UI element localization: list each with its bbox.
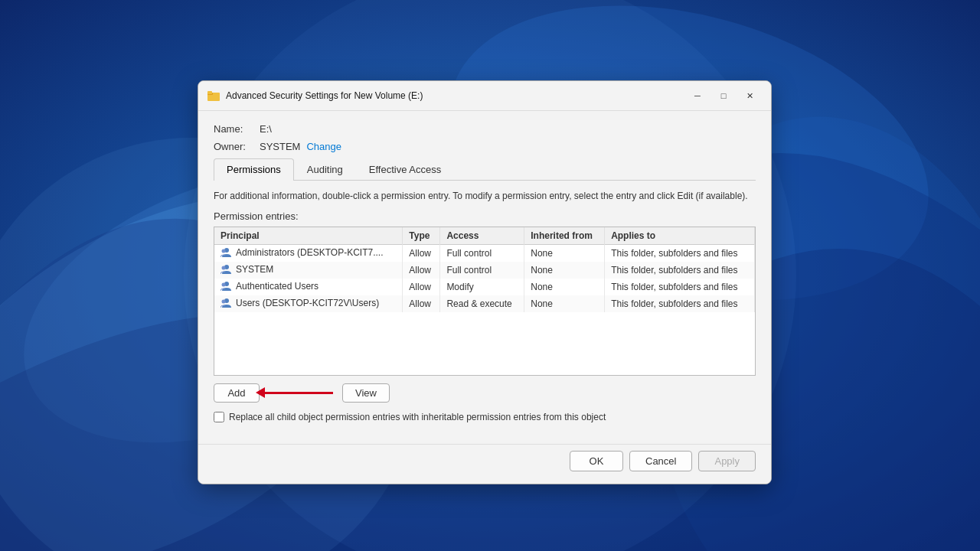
col-header-access: Access xyxy=(440,227,524,245)
owner-value: SYSTEM xyxy=(260,141,300,152)
add-button[interactable]: Add xyxy=(214,383,260,403)
svg-rect-9 xyxy=(207,91,212,94)
svg-point-11 xyxy=(222,249,226,253)
arrow-annotation xyxy=(256,387,333,398)
col-header-applies: Applies to xyxy=(605,227,755,245)
inherited_from-cell: None xyxy=(524,295,605,312)
principal-cell: Authenticated Users xyxy=(214,279,403,295)
applies_to-cell: This folder, subfolders and files xyxy=(605,279,755,295)
apply-button[interactable]: Apply xyxy=(698,451,756,471)
name-label: Name: xyxy=(214,123,260,135)
type-cell: Allow xyxy=(403,244,440,262)
view-button[interactable]: View xyxy=(342,383,390,403)
cancel-button[interactable]: Cancel xyxy=(629,451,692,471)
type-cell: Allow xyxy=(403,279,440,295)
type-cell: Allow xyxy=(403,262,440,279)
section-label: Permission entries: xyxy=(214,210,756,222)
type-cell: Allow xyxy=(403,295,440,312)
permission-table-container[interactable]: Principal Type Access Inherited from App… xyxy=(214,227,756,376)
dialog-title: Advanced Security Settings for New Volum… xyxy=(226,90,679,101)
applies_to-cell: This folder, subfolders and files xyxy=(605,295,755,312)
table-row[interactable]: Authenticated UsersAllowModifyNoneThis f… xyxy=(214,279,755,295)
tab-auditing[interactable]: Auditing xyxy=(294,158,356,180)
name-value: E:\ xyxy=(260,123,272,135)
window-controls: ─ □ ✕ xyxy=(685,87,762,104)
tab-bar: Permissions Auditing Effective Access xyxy=(214,158,756,181)
bottom-buttons: OK Cancel Apply xyxy=(198,444,771,484)
principal-cell: SYSTEM xyxy=(214,262,403,279)
col-header-principal: Principal xyxy=(214,227,403,245)
svg-point-17 xyxy=(222,299,226,303)
svg-point-15 xyxy=(222,282,226,286)
access-cell: Read & execute xyxy=(440,295,524,312)
access-cell: Full control xyxy=(440,262,524,279)
principal-cell: Users (DESKTOP-KCIT72V\Users) xyxy=(214,295,403,312)
name-row: Name: E:\ xyxy=(214,123,756,135)
applies_to-cell: This folder, subfolders and files xyxy=(605,262,755,279)
inherited_from-cell: None xyxy=(524,244,605,262)
tab-permissions[interactable]: Permissions xyxy=(214,158,294,181)
col-header-inherited: Inherited from xyxy=(524,227,605,245)
dialog-window: Advanced Security Settings for New Volum… xyxy=(198,80,772,484)
inherited_from-cell: None xyxy=(524,262,605,279)
dialog-content: Name: E:\ Owner: SYSTEM Change Permissio… xyxy=(198,111,771,444)
info-text: For additional information, double-click… xyxy=(214,190,756,203)
tab-effective-access[interactable]: Effective Access xyxy=(356,158,454,180)
maximize-button[interactable]: □ xyxy=(711,87,736,104)
svg-point-13 xyxy=(222,266,226,269)
table-row[interactable]: Administrators (DESKTOP-KCIT7....AllowFu… xyxy=(214,244,755,262)
access-cell: Modify xyxy=(440,279,524,295)
ok-button[interactable]: OK xyxy=(570,451,623,471)
table-row[interactable]: SYSTEMAllowFull controlNoneThis folder, … xyxy=(214,262,755,279)
col-header-type: Type xyxy=(403,227,440,245)
inherit-checkbox-row: Replace all child object permission entr… xyxy=(214,412,756,422)
change-owner-link[interactable]: Change xyxy=(306,141,341,152)
table-row[interactable]: Users (DESKTOP-KCIT72V\Users)AllowRead &… xyxy=(214,295,755,312)
arrow-line xyxy=(264,392,333,394)
inherit-checkbox[interactable] xyxy=(214,412,224,422)
applies_to-cell: This folder, subfolders and files xyxy=(605,244,755,262)
folder-icon xyxy=(207,90,220,102)
close-button[interactable]: ✕ xyxy=(737,87,762,104)
principal-cell: Administrators (DESKTOP-KCIT7.... xyxy=(214,244,403,262)
inherited_from-cell: None xyxy=(524,279,605,295)
minimize-button[interactable]: ─ xyxy=(685,87,710,104)
permission-table: Principal Type Access Inherited from App… xyxy=(214,227,755,312)
access-cell: Full control xyxy=(440,244,524,262)
owner-row: Owner: SYSTEM Change xyxy=(214,141,756,152)
titlebar: Advanced Security Settings for New Volum… xyxy=(198,81,771,111)
action-buttons-row: Add View xyxy=(214,383,756,403)
inherit-label: Replace all child object permission entr… xyxy=(229,412,606,422)
owner-label: Owner: xyxy=(214,141,260,152)
